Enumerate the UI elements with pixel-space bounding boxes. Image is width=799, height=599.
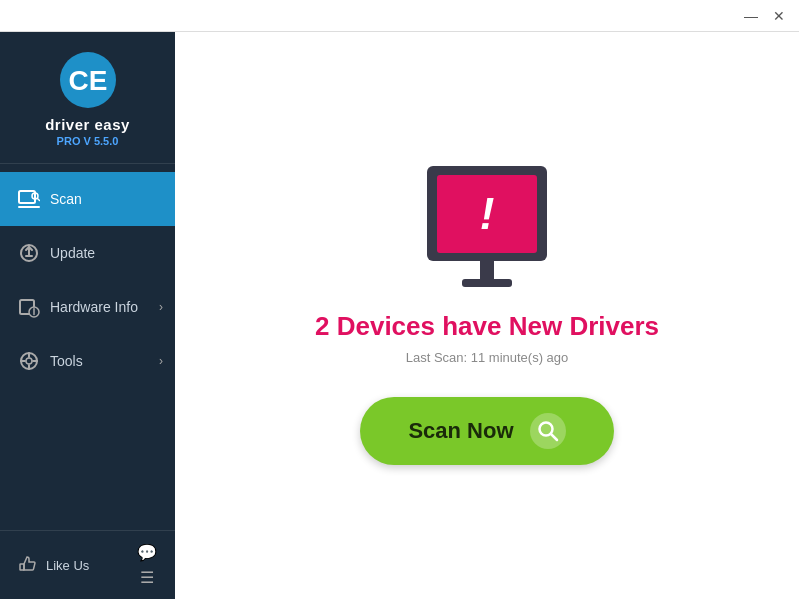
scan-now-search-icon bbox=[530, 413, 566, 449]
app-version: PRO V 5.5.0 bbox=[57, 135, 119, 147]
like-us-label: Like Us bbox=[46, 558, 89, 573]
app-logo-icon: CE bbox=[60, 52, 116, 108]
like-us-button[interactable]: Like Us bbox=[18, 555, 89, 575]
svg-point-10 bbox=[33, 308, 34, 309]
svg-line-19 bbox=[551, 434, 557, 440]
sidebar: CE driver easy PRO V 5.5.0 Scan bbox=[0, 32, 175, 599]
alert-exclamation-icon: ! bbox=[480, 192, 495, 236]
monitor-stand bbox=[480, 261, 494, 279]
list-icon[interactable]: ☰ bbox=[140, 568, 154, 587]
svg-text:CE: CE bbox=[68, 65, 107, 96]
monitor-body: ! bbox=[427, 166, 547, 261]
hardware-info-nav-label: Hardware Info bbox=[50, 299, 138, 315]
sidebar-header: CE driver easy PRO V 5.5.0 bbox=[0, 32, 175, 164]
sidebar-item-update[interactable]: Update bbox=[0, 226, 175, 280]
monitor-screen: ! bbox=[437, 175, 537, 253]
svg-point-12 bbox=[26, 358, 32, 364]
titlebar: — ✕ bbox=[0, 0, 799, 32]
monitor-illustration: ! bbox=[427, 166, 547, 287]
headline: 2 Devices have New Drivers bbox=[315, 311, 659, 342]
sidebar-item-scan[interactable]: Scan bbox=[0, 172, 175, 226]
sidebar-item-tools[interactable]: Tools › bbox=[0, 334, 175, 388]
scan-now-button[interactable]: Scan Now bbox=[360, 397, 613, 465]
sidebar-item-hardware-info[interactable]: Hardware Info › bbox=[0, 280, 175, 334]
update-nav-label: Update bbox=[50, 245, 95, 261]
thumbs-up-icon bbox=[18, 555, 38, 575]
tools-nav-icon bbox=[18, 350, 40, 372]
update-nav-icon bbox=[18, 242, 40, 264]
last-scan-text: Last Scan: 11 minute(s) ago bbox=[406, 350, 569, 365]
main-content: ! 2 Devices have New Drivers Last Scan: … bbox=[175, 32, 799, 599]
tools-nav-label: Tools bbox=[50, 353, 83, 369]
scan-nav-label: Scan bbox=[50, 191, 82, 207]
close-button[interactable]: ✕ bbox=[767, 4, 791, 28]
sidebar-nav: Scan Update bbox=[0, 164, 175, 530]
hardware-info-nav-icon bbox=[18, 296, 40, 318]
app-body: CE driver easy PRO V 5.5.0 Scan bbox=[0, 32, 799, 599]
hardware-info-chevron-icon: › bbox=[159, 300, 163, 314]
tools-chevron-icon: › bbox=[159, 354, 163, 368]
svg-rect-17 bbox=[20, 564, 24, 570]
footer-extra-icons: 💬 ☰ bbox=[137, 543, 157, 587]
chat-icon[interactable]: 💬 bbox=[137, 543, 157, 562]
scan-nav-icon bbox=[18, 188, 40, 210]
scan-now-label: Scan Now bbox=[408, 418, 513, 444]
minimize-button[interactable]: — bbox=[739, 4, 763, 28]
sidebar-footer: Like Us 💬 ☰ bbox=[0, 530, 175, 599]
app-name: driver easy bbox=[45, 116, 130, 133]
svg-line-5 bbox=[38, 199, 40, 201]
monitor-base bbox=[462, 279, 512, 287]
